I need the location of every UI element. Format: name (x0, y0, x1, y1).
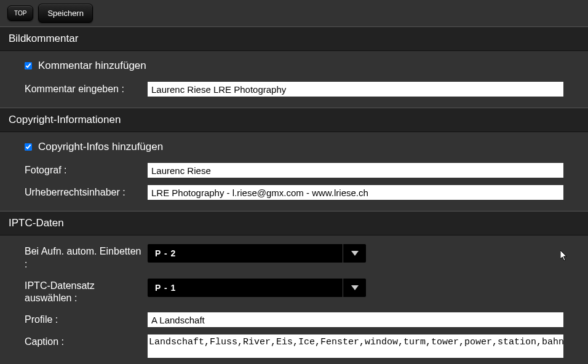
record-label: IPTC-Datensatz auswählen : (25, 279, 141, 306)
save-button[interactable]: Speichern (38, 4, 93, 23)
add-comment-checkbox[interactable] (25, 62, 32, 69)
chevron-down-icon (343, 244, 366, 263)
add-copyright-label: Copyright-Infos hinzufügen (38, 141, 163, 153)
comment-input-label: Kommentar eingeben : (25, 82, 141, 96)
section-iptc: IPTC-Daten Bei Aufn. autom. Einbetten : … (0, 211, 588, 364)
chevron-down-icon (343, 279, 366, 297)
svg-marker-0 (351, 251, 359, 256)
record-select[interactable]: P - 1 (148, 279, 366, 297)
section-copyright: Copyright-Informationen Copyright-Infos … (0, 108, 588, 211)
embed-select[interactable]: P - 2 (148, 244, 366, 263)
section-iptc-header: IPTC-Daten (0, 212, 588, 235)
profile-label: Profile : (25, 312, 141, 326)
record-select-value: P - 1 (148, 283, 343, 293)
add-comment-label: Kommentar hinzufügen (38, 60, 146, 72)
photographer-input[interactable] (148, 163, 563, 178)
embed-select-value: P - 2 (148, 248, 343, 258)
comment-input[interactable] (148, 82, 563, 97)
photographer-label: Fotograf : (25, 163, 141, 177)
add-copyright-checkbox[interactable] (25, 143, 32, 151)
caption-input[interactable]: Landschaft,Fluss,River,Eis,Ice,Fenster,w… (148, 334, 563, 358)
caption-label: Caption : (25, 334, 141, 349)
section-comment: Bildkommentar Kommentar hinzufügen Komme… (0, 26, 588, 108)
svg-marker-1 (351, 285, 359, 290)
copyright-owner-input[interactable] (148, 185, 563, 200)
section-copyright-header: Copyright-Informationen (0, 108, 588, 132)
embed-label: Bei Aufn. autom. Einbetten : (25, 244, 141, 271)
copyright-owner-label: Urheberrechtsinhaber : (25, 185, 141, 199)
top-button[interactable]: TOP (7, 6, 33, 21)
section-comment-header: Bildkommentar (0, 27, 588, 51)
profile-input[interactable] (148, 312, 563, 327)
